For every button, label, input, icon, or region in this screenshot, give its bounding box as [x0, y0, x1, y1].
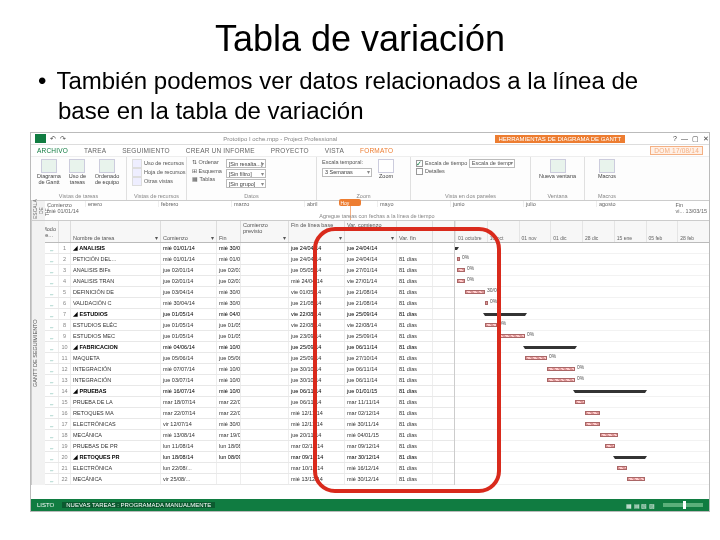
task-bar[interactable] [465, 290, 485, 294]
tab-tarea[interactable]: TAREA [84, 147, 106, 154]
table-row[interactable]: ⎯4ANALISIS TRANjue 02/01/14jue 02/01/14m… [45, 276, 454, 287]
btn-ventana[interactable]: Nueva ventana [536, 159, 579, 180]
app-screenshot: ↶ ↷ Prototipo I oche.mpp - Project Profe… [30, 132, 710, 512]
task-bar[interactable] [485, 301, 488, 305]
table-row[interactable]: ⎯3ANALISIS BIFsjue 02/01/14jue 02/01/14j… [45, 265, 454, 276]
dd-grupo[interactable]: [Sin grupo] [226, 179, 266, 188]
tab-archivo[interactable]: ARCHIVO [37, 147, 68, 154]
window-title: Prototipo I oche.mpp - Project Professio… [70, 136, 491, 142]
table-row[interactable]: ⎯20◢ RETOQUES PRlun 18/08/14lun 08/09/14… [45, 452, 454, 463]
summary-bar[interactable] [575, 390, 645, 393]
timeline-hint: Agregue tareas con fechas a la línea de … [45, 213, 709, 219]
table-row[interactable]: ⎯10◢ FABRICACIONmié 04/06/14mié 10/07/14… [45, 342, 454, 353]
bar-label: 0% [467, 276, 474, 282]
table-row[interactable]: ⎯21ELECTRÓNICAlun 22/08/...mar 10/12/14m… [45, 463, 454, 474]
gantt-row [455, 397, 709, 408]
table-row[interactable]: ⎯13INTEGRACIÓNjue 03/07/14mié 10/07/14ju… [45, 375, 454, 386]
res-usage-icon [132, 159, 142, 168]
usage-icon [69, 159, 85, 173]
group-vistas-recursos: Uso de recursos Hoja de recursos Otras v… [127, 157, 187, 200]
task-bar[interactable] [585, 422, 600, 426]
task-bar[interactable] [585, 411, 600, 415]
window-close-icon[interactable]: ✕ [703, 135, 709, 143]
qat-redo-icon[interactable]: ↷ [60, 135, 66, 143]
task-bar[interactable] [617, 466, 627, 470]
table-row[interactable]: ⎯17ELECTRÓNICASvir 12/07/14mié 30/07/14m… [45, 419, 454, 430]
window-max-icon[interactable]: ▢ [692, 135, 699, 143]
window-min-icon[interactable]: — [681, 135, 688, 142]
macros-icon [599, 159, 615, 173]
table-row[interactable]: ⎯7◢ ESTUDIOSjue 01/05/14mié 04/06/14vie … [45, 309, 454, 320]
bar-label: 0% [527, 331, 534, 337]
task-bar[interactable] [497, 334, 525, 338]
table-row[interactable]: ⎯14◢ PRUEBASmié 16/07/14mié 10/09/14jue … [45, 386, 454, 397]
table-row[interactable]: ⎯15PRUEBA DE LAmar 18/07/14mar 22/07/14j… [45, 397, 454, 408]
task-bar[interactable] [457, 268, 465, 272]
bar-label: 0% [467, 265, 474, 271]
dd-escala-t[interactable]: Escala de tiemp [469, 159, 515, 168]
table-row[interactable]: ⎯2PETICIÓN DEL…mié 01/01/14mié 01/01/14j… [45, 254, 454, 265]
task-bar[interactable] [605, 444, 615, 448]
btn-macros[interactable]: Macros [590, 159, 624, 180]
zoom-slider[interactable] [663, 503, 703, 507]
table-row[interactable]: ⎯12INTEGRACIÓNmié 07/07/14mié 10/07/14ju… [45, 364, 454, 375]
qat-undo-icon[interactable]: ↶ [50, 135, 56, 143]
group-zoom: Escala temporal: 3 Semanas Zoom Zoom [317, 157, 411, 200]
table-row[interactable]: ⎯18MECÁNICAmié 13/08/14mar 19/08/14jue 2… [45, 430, 454, 441]
table-row[interactable]: ⎯8ESTUDIOS ELÉCjue 01/05/14jue 01/05/14v… [45, 320, 454, 331]
tab-seguimiento[interactable]: Seguimiento [122, 147, 170, 154]
sheet: GANTT DE SEGUIMIENTO Modo de... Nombre d… [31, 221, 709, 485]
status-ready: LISTO [37, 502, 54, 508]
tab-formato[interactable]: FORMATO [360, 147, 393, 154]
task-bar[interactable] [525, 356, 547, 360]
gantt-row [455, 419, 709, 430]
tab-vista[interactable]: VISTA [325, 147, 344, 154]
res-sheet-icon [132, 168, 142, 177]
table-row[interactable]: ⎯5DEFINICIÓN DEjue 03/04/14mié 30/04/14v… [45, 287, 454, 298]
gantt-row: 0% [455, 298, 709, 309]
task-bar[interactable] [547, 367, 575, 371]
dd-resaltar[interactable]: [Sin resalta...] [226, 159, 266, 168]
table-row[interactable]: ⎯16RETOQUES MAmar 22/07/14mar 22/07/14mi… [45, 408, 454, 419]
task-bar[interactable] [547, 378, 575, 382]
gantt-row: 0% [455, 254, 709, 265]
table-row[interactable]: ⎯6VALIDACIÓN Cmié 30/04/14mié 30/04/14ju… [45, 298, 454, 309]
tab-informe[interactable]: CREAR UN INFORME [186, 147, 255, 154]
table-row[interactable]: ⎯19PRUEBAS DE PRlun 11/08/14lun 18/08/14… [45, 441, 454, 452]
summary-bar[interactable] [485, 313, 525, 316]
tab-proyecto[interactable]: PROYECTO [271, 147, 309, 154]
summary-bar[interactable] [525, 346, 575, 349]
task-bar[interactable] [627, 477, 645, 481]
gantt-row: 0% [455, 364, 709, 375]
task-bar[interactable] [457, 279, 465, 283]
task-bar[interactable] [457, 257, 460, 261]
table-row[interactable]: ⎯11MAQUETAjue 05/06/14jue 05/06/14jue 25… [45, 353, 454, 364]
btn-uso-tareas[interactable]: Uso de tareas [68, 159, 87, 185]
table-row[interactable]: ⎯22MECÁNICAvir 25/08/...mié 13/12/14mié … [45, 474, 454, 485]
variance-table[interactable]: Modo de... Nombre de tarea▾ Comienzo▾ Fi… [45, 221, 455, 485]
task-bar[interactable] [485, 323, 497, 327]
gantt-row [455, 408, 709, 419]
task-bar[interactable] [600, 433, 618, 437]
view-switcher-icon[interactable]: ▦ ▤ ▧ ▨ [626, 502, 655, 509]
gantt-row [455, 342, 709, 353]
btn-gantt[interactable]: Diagrama de Gantt [36, 159, 62, 185]
dd-filtro[interactable]: [Sin filtro] [226, 169, 266, 178]
table-row[interactable]: ⎯9ESTUDIOS MECjue 01/05/14jue 01/05/14ju… [45, 331, 454, 342]
btn-equipo[interactable]: Ordenado de equipo [93, 159, 121, 185]
summary-bar[interactable] [615, 456, 645, 459]
btn-zoom[interactable]: Zoom [378, 159, 394, 180]
help-icon[interactable]: ? [673, 135, 677, 142]
table-row[interactable]: ⎯1◢ ANALISISmié 01/01/14mié 30/04/14jue … [45, 243, 454, 254]
table-body[interactable]: ⎯1◢ ANALISISmié 01/01/14mié 30/04/14jue … [45, 243, 454, 485]
dd-escala[interactable]: 3 Semanas [322, 168, 372, 177]
summary-bar[interactable] [455, 247, 457, 250]
gantt-chart[interactable]: 01 octubre10 oct01 nov01 dic28 dic15 ene… [455, 221, 709, 485]
team-icon [99, 159, 115, 173]
task-bar[interactable] [575, 400, 585, 404]
group-ventana: Nueva ventana Ventana [531, 157, 585, 200]
group-vista-paneles: Escala de tiempo Escala de tiemp Detalle… [411, 157, 531, 200]
highlighted-date: dom 17/08/14 [650, 146, 703, 155]
bar-label: 30/04 [487, 287, 500, 293]
gantt-scale: 01 octubre10 oct01 nov01 dic28 dic15 ene… [455, 221, 709, 243]
